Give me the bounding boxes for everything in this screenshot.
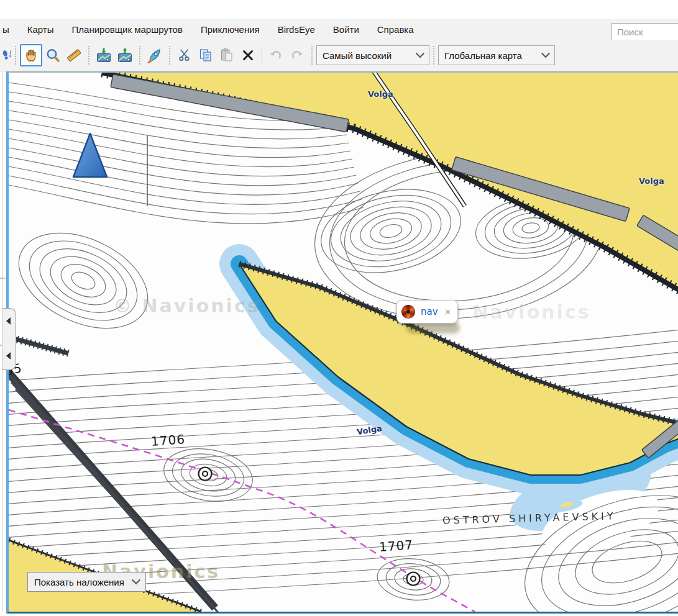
panel-divider <box>0 278 6 279</box>
menu-bar: ы Карты Планировщик маршрутов Приключени… <box>0 19 678 40</box>
navionics-logo-icon <box>401 305 415 319</box>
delete-icon[interactable] <box>237 45 259 66</box>
map-canvas[interactable]: © Navionics © Navionics Navionics Volga … <box>9 73 678 612</box>
show-overlays-combo[interactable]: Показать наложения <box>27 572 146 592</box>
detail-level-value: Самый высокий <box>323 50 410 61</box>
receive-from-device-icon[interactable] <box>93 45 114 66</box>
collapse-arrow-icon <box>6 352 11 360</box>
pan-hand-icon[interactable] <box>20 44 42 66</box>
map-product-combo[interactable]: Глобальная карта <box>438 45 555 65</box>
menu-item-birdseye[interactable]: BirdsEye <box>278 24 315 35</box>
zoom-icon[interactable] <box>42 45 63 66</box>
chevron-down-icon <box>416 49 424 58</box>
chevron-down-icon <box>132 576 140 584</box>
redo-icon[interactable] <box>286 45 308 66</box>
toolbar-separator <box>139 46 140 65</box>
toolbar-separator <box>433 46 434 65</box>
show-overlays-label: Показать наложения <box>34 577 124 587</box>
balloon-shadow <box>406 322 460 333</box>
cut-icon[interactable] <box>174 45 195 66</box>
measure-ruler-icon[interactable] <box>63 45 85 66</box>
map-area: © Navionics © Navionics Navionics Volga … <box>6 71 678 614</box>
copy-icon[interactable] <box>195 45 216 66</box>
search-input[interactable] <box>612 24 678 40</box>
send-to-device-icon[interactable] <box>114 45 135 66</box>
birdseye-rocket-icon[interactable] <box>144 45 165 66</box>
basecamp-window: { "menu": { "items": ["ы", "Карты", "Пла… <box>0 0 678 616</box>
paste-icon[interactable] <box>216 45 237 66</box>
menu-item-login[interactable]: Войти <box>333 24 359 35</box>
toolbar-separator <box>169 46 170 65</box>
panel-splitter-handle[interactable] <box>2 308 16 370</box>
undo-icon[interactable] <box>265 45 286 66</box>
menu-item-cutoff[interactable]: ы <box>2 24 9 35</box>
footprints-icon[interactable] <box>0 45 11 66</box>
map-drawing <box>9 73 678 612</box>
toolbar-separator <box>15 46 16 65</box>
search-box[interactable] <box>612 23 678 40</box>
menu-item-adventures[interactable]: Приключения <box>201 24 260 35</box>
menu-item-route-planner[interactable]: Планировщик маршрутов <box>72 24 183 35</box>
toolbar-separator <box>311 46 313 65</box>
chevron-down-icon <box>541 49 550 58</box>
toolbar-separator <box>262 47 262 63</box>
toolbar-separator <box>88 46 89 65</box>
collapse-arrow-icon <box>6 317 11 325</box>
detail-level-combo[interactable]: Самый высокий <box>316 45 429 65</box>
menu-item-maps[interactable]: Карты <box>27 24 54 35</box>
nav-balloon[interactable]: nav × <box>396 300 458 324</box>
balloon-close-icon[interactable]: × <box>445 307 451 317</box>
menu-item-help[interactable]: Справка <box>377 24 414 35</box>
toolbar: Самый высокий Глобальная карта <box>0 40 678 71</box>
balloon-label: nav <box>421 306 438 317</box>
map-product-value: Глобальная карта <box>444 50 535 61</box>
